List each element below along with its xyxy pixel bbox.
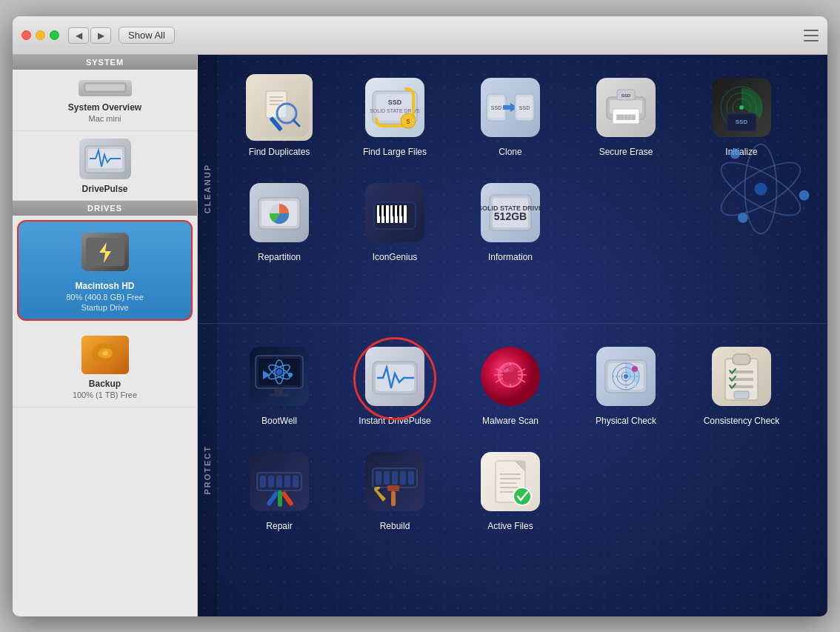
menu-icon[interactable]	[804, 30, 819, 41]
show-all-button[interactable]: Show All	[119, 27, 175, 44]
grid-item-physical-check[interactable]: Physical Check	[571, 336, 681, 435]
svg-rect-33	[503, 105, 512, 110]
svg-point-116	[632, 366, 638, 372]
svg-point-11	[102, 351, 108, 356]
protect-section-label: PROTECT	[200, 439, 215, 501]
close-button[interactable]	[21, 30, 31, 40]
svg-rect-138	[392, 471, 398, 485]
svg-rect-67	[401, 205, 404, 216]
clone-icon: SSD SSD	[477, 74, 544, 141]
secure-erase-icon: ▓▓▓▓▓ SSD	[593, 74, 659, 141]
back-icon: ◀	[76, 30, 82, 41]
svg-rect-64	[384, 205, 386, 216]
information-icon: SOLID STATE DRIVE 512GB	[477, 179, 544, 246]
secure-erase-label: Secure Erase	[599, 147, 653, 157]
svg-text:$: $	[406, 118, 410, 125]
svg-rect-142	[391, 491, 396, 506]
svg-text:SSD: SSD	[621, 93, 631, 98]
grid-item-initialize[interactable]: SSD Initialize	[687, 67, 796, 166]
initialize-icon: SSD	[708, 74, 775, 141]
consistency-check-label: Consistency Check	[704, 416, 780, 426]
sidebar-item-backup-name: Backup	[89, 379, 121, 389]
svg-rect-65	[393, 205, 395, 216]
grid-item-rebuild[interactable]: Rebuild	[340, 441, 450, 540]
cleanup-items: Find Duplicates	[217, 55, 827, 323]
cleanup-section: CLEANUP	[198, 55, 827, 324]
svg-rect-123	[734, 391, 749, 399]
minimize-button[interactable]	[36, 30, 45, 40]
sidebar-item-system-overview-sub: Mac mini	[88, 114, 121, 123]
physical-check-label: Physical Check	[596, 416, 656, 426]
icongenius-label: IconGenius	[373, 252, 418, 262]
drivepulse-sidebar-icon	[79, 139, 131, 179]
grid-item-information[interactable]: SOLID STATE DRIVE 512GB Information	[456, 172, 565, 271]
svg-point-48	[739, 105, 744, 110]
grid-item-find-duplicates[interactable]: Find Duplicates	[224, 67, 334, 166]
repair-label: Repair	[266, 521, 292, 531]
svg-rect-137	[384, 471, 390, 485]
physical-check-icon	[593, 343, 659, 410]
backup-icon	[81, 336, 129, 374]
find-large-files-icon: SSD SOLID STATE DRIVE $	[361, 74, 428, 141]
svg-text:SSD: SSD	[519, 105, 530, 110]
sidebar-item-macintosh-hd[interactable]: Macintosh HD 80% (400.8 GB) Free Startup…	[17, 220, 193, 321]
svg-point-87	[288, 373, 293, 377]
grid-item-consistency-check[interactable]: Consistency Check	[687, 336, 796, 435]
svg-rect-88	[275, 388, 284, 394]
grid-item-active-files[interactable]: Active Files	[456, 441, 565, 540]
grid-item-malware-scan[interactable]: Malware Scan	[456, 336, 565, 435]
svg-rect-128	[276, 476, 282, 488]
find-large-files-label: Find Large Files	[363, 147, 427, 157]
bootwell-label: BootWell	[261, 416, 297, 426]
consistency-check-icon	[708, 343, 775, 410]
traffic-lights	[21, 30, 59, 40]
svg-rect-129	[284, 476, 290, 488]
svg-rect-141	[387, 485, 399, 491]
sidebar-item-backup[interactable]: Backup 100% (1 TB) Free	[13, 325, 197, 408]
svg-text:SSD: SSD	[491, 105, 501, 110]
grid-item-instant-drivepulse[interactable]: Instant DrivePulse	[340, 336, 450, 435]
maximize-button[interactable]	[50, 30, 59, 40]
sidebar-item-system-overview-name: System Overview	[68, 102, 141, 113]
grid-item-secure-erase[interactable]: ▓▓▓▓▓ SSD Secure Erase	[571, 67, 681, 166]
sidebar-item-macintosh-sub2: Startup Drive	[81, 303, 128, 312]
protect-section: PROTECT	[198, 324, 827, 616]
svg-text:SSD: SSD	[388, 99, 402, 106]
content-area: SYSTEM System Overview Mac mini	[13, 55, 827, 616]
bootwell-icon	[246, 343, 313, 410]
sidebar-item-system-overview[interactable]: System Overview Mac mini	[13, 70, 197, 131]
initialize-label: Initialize	[725, 147, 757, 157]
active-files-icon	[477, 448, 544, 515]
svg-point-86	[276, 369, 282, 375]
grid-item-clone[interactable]: SSD SSD Clone	[456, 67, 565, 166]
grid-item-find-large-files[interactable]: SSD SOLID STATE DRIVE $ Find Large Files	[340, 67, 450, 166]
nav-buttons: ◀ ▶	[68, 27, 111, 44]
cleanup-label-container: CLEANUP	[198, 55, 217, 323]
forward-icon: ▶	[98, 30, 104, 41]
svg-rect-130	[293, 476, 299, 488]
sidebar-item-drivepulse[interactable]: DrivePulse	[13, 131, 197, 201]
svg-text:▓▓▓▓▓: ▓▓▓▓▓	[616, 114, 636, 120]
grid-item-repair[interactable]: Repair	[224, 441, 334, 540]
back-button[interactable]: ◀	[68, 27, 89, 44]
grid-item-repartition[interactable]: Repartition	[224, 172, 334, 271]
svg-rect-1	[86, 84, 124, 90]
svg-rect-140	[408, 471, 414, 485]
protect-label-container: PROTECT	[198, 324, 217, 616]
grid-item-icongenius[interactable]: IconGenius	[340, 172, 450, 271]
sidebar-item-macintosh-name: Macintosh HD	[75, 281, 134, 291]
forward-button[interactable]: ▶	[90, 27, 111, 44]
rebuild-icon	[361, 448, 428, 515]
svg-point-152	[513, 488, 531, 505]
find-duplicates-icon	[246, 74, 313, 141]
svg-text:SSD: SSD	[736, 119, 748, 125]
active-files-label: Active Files	[487, 521, 533, 531]
drive-icon-macintosh-hd	[79, 230, 132, 276]
find-duplicates-label: Find Duplicates	[249, 147, 310, 157]
sidebar: SYSTEM System Overview Mac mini	[13, 55, 198, 616]
rebuild-label: Rebuild	[380, 521, 410, 531]
sidebar-item-backup-sub: 100% (1 TB) Free	[73, 390, 137, 399]
icongenius-icon	[361, 179, 428, 246]
grid-item-bootwell[interactable]: BootWell	[224, 336, 334, 435]
malware-scan-icon	[477, 343, 544, 410]
